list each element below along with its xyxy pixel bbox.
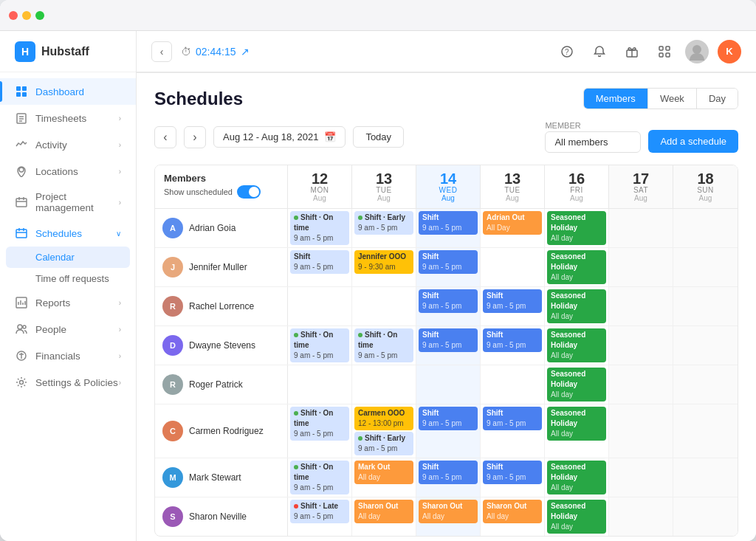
event-pill[interactable]: Shift · Early 9 am - 5 pm xyxy=(354,432,413,455)
header-day-2[interactable]: 14 WED Aug xyxy=(416,165,481,208)
day-cell-2-3[interactable]: Shift 9 am - 5 pm xyxy=(481,287,545,325)
day-cell-2-1[interactable] xyxy=(352,287,416,325)
day-cell-3-3[interactable]: Shift 9 am - 5 pm xyxy=(481,326,545,365)
sidebar-item-locations[interactable]: Locations › xyxy=(0,158,136,185)
event-pill[interactable]: Sharon Out All day xyxy=(354,500,413,523)
tab-members[interactable]: Members xyxy=(584,89,648,108)
header-day-0[interactable]: 12 MON Aug xyxy=(288,165,352,208)
event-pill[interactable]: Shift 9 am - 5 pm xyxy=(290,250,349,274)
date-range-picker[interactable]: Aug 12 - Aug 18, 2021 📅 xyxy=(213,126,346,148)
maximize-button[interactable] xyxy=(35,11,44,20)
day-cell-0-1[interactable]: Shift · Early 9 am - 5 pm xyxy=(352,209,416,247)
today-button[interactable]: Today xyxy=(353,126,404,148)
event-pill[interactable]: Jennifer OOO 9 - 9:30 am xyxy=(354,250,413,274)
sidebar-sub-timeoff[interactable]: Time off requests xyxy=(0,268,136,289)
day-cell-6-4[interactable]: Seasoned Holiday All day xyxy=(545,458,609,497)
event-pill[interactable]: Shift 9 am - 5 pm xyxy=(419,328,478,352)
minimize-button[interactable] xyxy=(22,11,31,20)
day-cell-7-1[interactable]: Sharon Out All day xyxy=(352,497,416,536)
notifications-button[interactable] xyxy=(588,40,611,63)
day-cell-6-1[interactable]: Mark Out All day xyxy=(352,458,416,497)
sidebar-item-dashboard[interactable]: Dashboard xyxy=(0,78,136,105)
timer-expand-icon[interactable]: ↗ xyxy=(241,46,250,58)
prev-week-button[interactable]: ‹ xyxy=(154,126,176,148)
help-button[interactable]: ? xyxy=(555,40,579,63)
event-pill[interactable]: Shift 9 am - 5 pm xyxy=(419,289,478,313)
day-cell-4-4[interactable]: Seasoned Holiday All day xyxy=(545,365,609,404)
back-button[interactable]: ‹ xyxy=(151,41,172,62)
day-cell-0-2[interactable]: Shift 9 am - 5 pm xyxy=(416,209,481,247)
day-cell-3-2[interactable]: Shift 9 am - 5 pm xyxy=(416,326,481,365)
day-cell-7-2[interactable]: Sharon Out All day xyxy=(416,497,481,536)
add-schedule-button[interactable]: Add a schedule xyxy=(648,130,738,153)
day-cell-6-2[interactable]: Shift 9 am - 5 pm xyxy=(416,458,481,497)
event-pill[interactable]: Shift · On time 9 am - 5 pm xyxy=(290,328,349,362)
day-cell-0-5[interactable] xyxy=(609,209,673,247)
event-pill[interactable]: Shift 9 am - 5 pm xyxy=(419,407,478,430)
day-cell-3-1[interactable]: Shift · On time 9 am - 5 pm xyxy=(352,326,416,365)
event-pill[interactable]: Shift 9 am - 5 pm xyxy=(419,250,478,274)
event-pill[interactable]: Seasoned Holiday All day xyxy=(547,328,606,362)
event-pill[interactable]: Shift 9 am - 5 pm xyxy=(483,289,542,313)
user-initials[interactable]: K xyxy=(718,40,741,63)
event-pill[interactable]: Seasoned Holiday All day xyxy=(547,461,606,495)
event-pill[interactable]: Sharon Out All day xyxy=(483,500,542,523)
sidebar-item-schedules[interactable]: Schedules ∨ xyxy=(0,220,136,247)
day-cell-6-6[interactable] xyxy=(673,458,738,497)
event-pill[interactable]: Shift 9 am - 5 pm xyxy=(483,328,542,352)
event-pill[interactable]: Seasoned Holiday All day xyxy=(547,211,606,245)
event-pill[interactable]: Shift · Late 9 am - 5 pm xyxy=(290,500,349,523)
sidebar-item-settings[interactable]: Settings & Policies › xyxy=(0,369,136,396)
day-cell-5-5[interactable] xyxy=(609,404,673,458)
day-cell-1-2[interactable]: Shift 9 am - 5 pm xyxy=(416,248,481,286)
day-cell-0-3[interactable]: Adrian Out All Day xyxy=(481,209,545,247)
event-pill[interactable]: Seasoned Holiday All day xyxy=(547,250,606,284)
day-cell-3-0[interactable]: Shift · On time 9 am - 5 pm xyxy=(288,326,352,365)
day-cell-7-6[interactable] xyxy=(673,497,738,536)
day-cell-1-5[interactable] xyxy=(609,248,673,286)
sidebar-item-projects[interactable]: Project management › xyxy=(0,185,136,220)
header-day-3[interactable]: 13 TUE Aug xyxy=(481,165,545,208)
event-pill[interactable]: Shift 9 am - 5 pm xyxy=(483,407,542,430)
event-pill[interactable]: Mark Out All day xyxy=(354,461,413,484)
day-cell-4-3[interactable] xyxy=(481,365,545,404)
event-pill[interactable]: Sharon Out All day xyxy=(419,500,478,523)
unscheduled-toggle[interactable] xyxy=(237,185,261,199)
gift-button[interactable] xyxy=(620,40,644,63)
day-cell-4-0[interactable] xyxy=(288,365,352,404)
event-pill[interactable]: Shift 9 am - 5 pm xyxy=(419,211,478,235)
sidebar-item-reports[interactable]: Reports › xyxy=(0,289,136,316)
event-pill[interactable]: Shift 9 am - 5 pm xyxy=(419,461,478,484)
event-pill[interactable]: Seasoned Holiday All day xyxy=(547,368,606,402)
day-cell-2-2[interactable]: Shift 9 am - 5 pm xyxy=(416,287,481,325)
day-cell-7-0[interactable]: Shift · Late 9 am - 5 pm xyxy=(288,497,352,536)
day-cell-7-4[interactable]: Seasoned Holiday All day xyxy=(545,497,609,536)
day-cell-1-6[interactable] xyxy=(673,248,738,286)
day-cell-1-0[interactable]: Shift 9 am - 5 pm xyxy=(288,248,352,286)
day-cell-6-3[interactable]: Shift 9 am - 5 pm xyxy=(481,458,545,497)
day-cell-3-4[interactable]: Seasoned Holiday All day xyxy=(545,326,609,365)
event-pill[interactable]: Seasoned Holiday All day xyxy=(547,500,606,534)
sidebar-item-people[interactable]: People › xyxy=(0,316,136,342)
header-day-6[interactable]: 18 SUN Aug xyxy=(673,165,738,208)
day-cell-2-6[interactable] xyxy=(673,287,738,325)
day-cell-7-5[interactable] xyxy=(609,497,673,536)
event-pill[interactable]: Adrian Out All Day xyxy=(483,211,542,235)
header-day-4[interactable]: 16 FRI Aug xyxy=(545,165,609,208)
day-cell-5-3[interactable]: Shift 9 am - 5 pm xyxy=(481,404,545,458)
day-cell-0-4[interactable]: Seasoned Holiday All day xyxy=(545,209,609,247)
day-cell-2-4[interactable]: Seasoned Holiday All day xyxy=(545,287,609,325)
day-cell-0-6[interactable] xyxy=(673,209,738,247)
day-cell-3-5[interactable] xyxy=(609,326,673,365)
sidebar-sub-calendar[interactable]: Calendar xyxy=(6,247,130,268)
sidebar-item-financials[interactable]: Financials › xyxy=(0,342,136,369)
day-cell-5-4[interactable]: Seasoned Holiday All day xyxy=(545,404,609,458)
day-cell-6-5[interactable] xyxy=(609,458,673,497)
event-pill[interactable]: Shift · On time 9 am - 5 pm xyxy=(290,407,349,441)
event-pill[interactable]: Seasoned Holiday All day xyxy=(547,407,606,441)
day-cell-2-5[interactable] xyxy=(609,287,673,325)
event-pill[interactable]: Shift 9 am - 5 pm xyxy=(483,461,542,484)
day-cell-5-6[interactable] xyxy=(673,404,738,458)
next-week-button[interactable]: › xyxy=(184,126,206,148)
day-cell-4-5[interactable] xyxy=(609,365,673,404)
